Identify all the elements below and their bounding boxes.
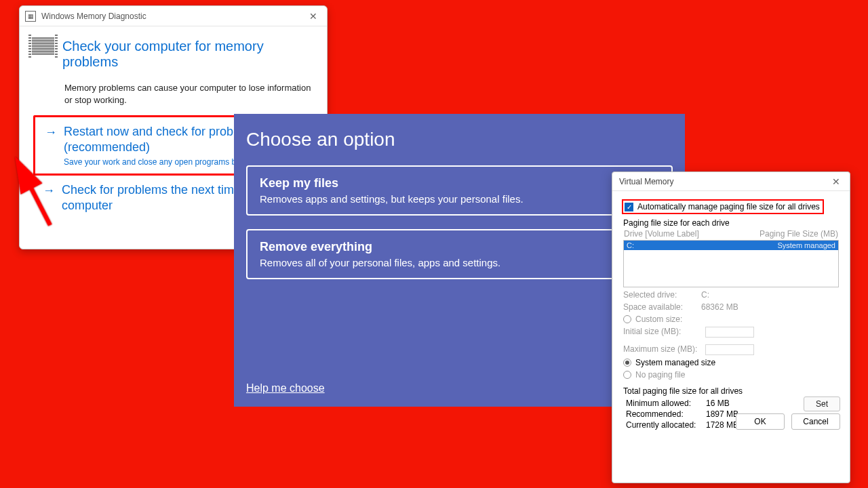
mdiag-heading: Check your computer for memory problems bbox=[62, 39, 315, 70]
close-icon[interactable]: ✕ bbox=[304, 9, 323, 24]
auto-manage-label: Automatically manage paging file size fo… bbox=[637, 202, 820, 211]
app-icon: ▦ bbox=[25, 11, 36, 22]
recovery-heading: Choose an option bbox=[246, 129, 685, 150]
initial-size: Initial size (MB): bbox=[623, 327, 839, 338]
maximum-size: Maximum size (MB): bbox=[623, 344, 839, 355]
selected-drive: Selected drive:C: bbox=[623, 290, 839, 300]
keep-files-desc: Removes apps and settings, but keeps you… bbox=[260, 193, 659, 205]
mdiag-description: Memory problems can cause your computer … bbox=[64, 82, 315, 106]
drive-row-c[interactable]: C:System managed bbox=[624, 241, 838, 250]
section-heading: Paging file size for each drive bbox=[623, 218, 840, 228]
ok-button[interactable]: OK bbox=[736, 413, 785, 430]
option-keep-files[interactable]: Keep my files Removes apps and settings,… bbox=[246, 165, 673, 216]
drive-list-header: Drive [Volume Label]Paging File Size (MB… bbox=[624, 229, 838, 239]
vm-title-text: Virtual Memory bbox=[619, 177, 673, 186]
maximum-size-input bbox=[705, 344, 754, 355]
drive-list[interactable]: C:System managed bbox=[623, 240, 839, 287]
virtual-memory-dialog: Virtual Memory ✕ ✓ Automatically manage … bbox=[612, 171, 850, 483]
checkmark-icon: ✓ bbox=[625, 203, 633, 211]
radio-custom-size: Custom size: bbox=[623, 314, 839, 324]
keep-files-title: Keep my files bbox=[260, 176, 659, 190]
help-me-choose-link[interactable]: Help me choose bbox=[246, 382, 325, 394]
mdiag-title-text: Windows Memory Diagnostic bbox=[41, 12, 146, 21]
memory-chip-icon bbox=[32, 37, 54, 55]
arrow-right-icon: → bbox=[45, 125, 57, 140]
remove-title: Remove everything bbox=[260, 240, 659, 254]
auto-manage-checkbox[interactable]: ✓ Automatically manage paging file size … bbox=[622, 199, 824, 214]
close-icon[interactable]: ✕ bbox=[827, 174, 846, 189]
remove-desc: Removes all of your personal files, apps… bbox=[260, 257, 659, 268]
vm-titlebar[interactable]: Virtual Memory ✕ bbox=[612, 172, 850, 191]
radio-no-paging: No paging file bbox=[623, 370, 839, 380]
set-button: Set bbox=[804, 396, 840, 411]
space-available: Space available:68362 MB bbox=[623, 302, 839, 312]
mdiag-titlebar[interactable]: ▦ Windows Memory Diagnostic ✕ bbox=[20, 6, 327, 26]
radio-system-managed: System managed size bbox=[623, 358, 839, 367]
initial-size-input bbox=[705, 327, 754, 338]
option-remove-everything[interactable]: Remove everything Removes all of your pe… bbox=[246, 229, 673, 279]
total-heading: Total paging file size for all drives bbox=[623, 386, 839, 396]
cancel-button[interactable]: Cancel bbox=[791, 413, 840, 430]
